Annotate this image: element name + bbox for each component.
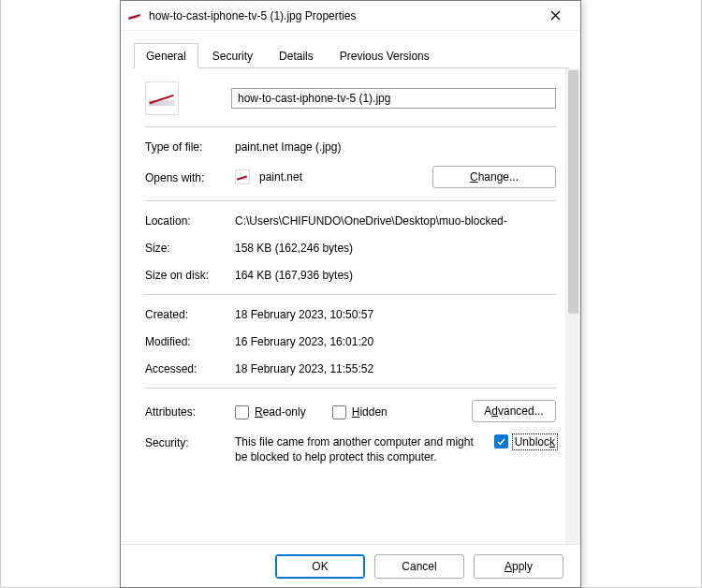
tab-previous-versions[interactable]: Previous Versions bbox=[328, 43, 442, 68]
close-button[interactable] bbox=[535, 2, 575, 30]
window-title: how-to-cast-iphone-tv-5 (1).jpg Properti… bbox=[149, 9, 535, 22]
label-accessed: Accessed: bbox=[145, 360, 235, 375]
close-icon bbox=[550, 10, 561, 21]
value-location: C:\Users\CHIFUNDO\OneDrive\Desktop\muo-b… bbox=[235, 213, 556, 228]
ok-button[interactable]: OK bbox=[275, 554, 365, 579]
readonly-checkbox-wrap[interactable]: Read-only bbox=[235, 405, 306, 419]
cancel-button[interactable]: Cancel bbox=[374, 554, 464, 579]
label-opens-with: Opens with: bbox=[145, 169, 235, 184]
separator bbox=[145, 126, 556, 127]
label-attributes: Attributes: bbox=[145, 404, 235, 419]
readonly-checkbox[interactable] bbox=[235, 405, 249, 419]
value-created: 18 February 2023, 10:50:57 bbox=[235, 306, 556, 321]
properties-dialog: how-to-cast-iphone-tv-5 (1).jpg Properti… bbox=[120, 0, 581, 588]
scrollbar-thumb[interactable] bbox=[568, 70, 578, 314]
separator bbox=[145, 294, 556, 295]
general-tab-content: Type of file: paint.net Image (.jpg) Ope… bbox=[121, 68, 580, 482]
value-modified: 16 February 2023, 16:01:20 bbox=[235, 333, 556, 348]
readonly-label: Read-only bbox=[255, 405, 306, 419]
separator bbox=[145, 388, 556, 389]
hidden-label: Hidden bbox=[352, 405, 388, 419]
value-size-on-disk: 164 KB (167,936 bytes) bbox=[235, 267, 556, 282]
apply-button[interactable]: Apply bbox=[474, 554, 563, 579]
value-accessed: 18 February 2023, 11:55:52 bbox=[235, 360, 556, 375]
titlebar[interactable]: how-to-cast-iphone-tv-5 (1).jpg Properti… bbox=[121, 1, 580, 31]
label-security: Security: bbox=[145, 434, 235, 449]
unblock-checkbox[interactable] bbox=[494, 434, 508, 448]
tab-security[interactable]: Security bbox=[200, 43, 265, 68]
label-location: Location: bbox=[145, 213, 235, 228]
value-type-of-file: paint.net Image (.jpg) bbox=[235, 139, 556, 154]
tab-strip: General Security Details Previous Versio… bbox=[132, 42, 569, 68]
opens-with-icon bbox=[235, 169, 250, 184]
tab-general[interactable]: General bbox=[134, 43, 198, 68]
dialog-footer: OK Cancel Apply bbox=[121, 544, 580, 587]
filename-input[interactable] bbox=[231, 88, 556, 109]
tab-content-pane: Type of file: paint.net Image (.jpg) Ope… bbox=[121, 68, 580, 544]
hidden-checkbox[interactable] bbox=[332, 405, 346, 419]
label-modified: Modified: bbox=[145, 333, 235, 348]
label-type-of-file: Type of file: bbox=[145, 139, 235, 154]
tab-details[interactable]: Details bbox=[267, 43, 326, 68]
advanced-button[interactable]: Advanced... bbox=[472, 400, 556, 422]
change-button[interactable]: Change... bbox=[432, 166, 556, 188]
unblock-label: Unblock bbox=[514, 435, 556, 448]
file-icon-large bbox=[145, 81, 179, 115]
value-opens-with: paint.net bbox=[259, 170, 302, 184]
label-created: Created: bbox=[145, 306, 235, 321]
vertical-scrollbar[interactable] bbox=[565, 68, 580, 544]
hidden-checkbox-wrap[interactable]: Hidden bbox=[332, 405, 388, 419]
security-message: This file came from another computer and… bbox=[235, 434, 494, 464]
label-size: Size: bbox=[145, 240, 235, 255]
separator bbox=[145, 200, 556, 201]
file-type-icon bbox=[126, 8, 141, 23]
label-size-on-disk: Size on disk: bbox=[145, 267, 235, 282]
unblock-checkbox-wrap[interactable]: Unblock bbox=[494, 434, 556, 448]
value-size: 158 KB (162,246 bytes) bbox=[235, 240, 556, 255]
